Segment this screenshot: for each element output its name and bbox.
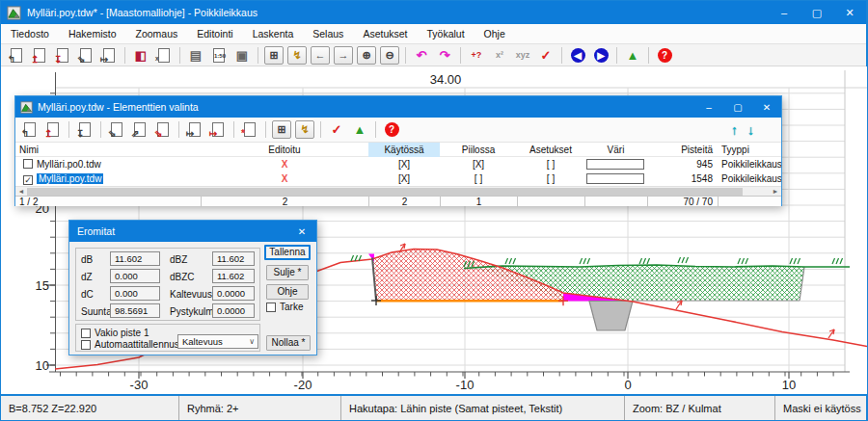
check-points-icon[interactable]: ✓ — [325, 119, 348, 140]
add-element-icon[interactable]: ↥ — [41, 119, 65, 140]
export-element-icon[interactable]: ↦ — [183, 119, 206, 140]
vari-cell[interactable] — [584, 157, 647, 171]
save-file-icon[interactable]: ↧ — [51, 45, 74, 66]
menu-item-tiedosto[interactable]: Tiedosto — [1, 24, 59, 43]
dBZC-field[interactable]: 11.602 — [212, 269, 255, 283]
redo-icon[interactable]: ↷ — [433, 45, 456, 66]
open-file-icon[interactable]: ↰ — [5, 45, 28, 66]
menu-item-työkalut[interactable]: Työkalut — [417, 24, 474, 43]
new-element-icon[interactable]: * — [238, 119, 261, 140]
kaltevuus-dropdown[interactable]: Kaltevuus ∨ — [177, 334, 258, 349]
piilossa-cell[interactable]: [X] — [440, 157, 517, 171]
checkbox-box[interactable] — [266, 303, 276, 312]
save-as-icon[interactable]: ⇘ — [74, 45, 97, 66]
new-doc-icon[interactable]: ˣ — [152, 45, 176, 66]
undo-icon[interactable]: ↶ — [410, 45, 433, 66]
asetukset-cell[interactable]: [ ] — [517, 171, 584, 186]
column-header-pisteitä[interactable]: Pisteitä — [647, 143, 718, 157]
column-header-nimi[interactable]: Nimi — [15, 143, 201, 157]
save-active-element-icon[interactable]: ⇘ — [151, 119, 175, 140]
pystykulma-field[interactable]: 0.0000 — [212, 303, 255, 318]
export-file-icon[interactable]: ↦ — [97, 45, 121, 66]
color-swatch[interactable] — [586, 173, 644, 184]
maximize-button[interactable]: ▢ — [800, 1, 833, 24]
color-swatch[interactable] — [586, 159, 644, 170]
dialog-maximize-button[interactable]: ▢ — [723, 96, 752, 118]
move-up-icon[interactable]: ↑ — [731, 122, 738, 138]
menu-item-ohje[interactable]: Ohje — [475, 24, 515, 43]
save-element-icon[interactable]: ⇘ — [105, 119, 128, 140]
save-as-element-icon[interactable]: ⇗ — [128, 119, 151, 140]
menu-item-asetukset[interactable]: Asetukset — [353, 24, 417, 43]
page-layout-icon[interactable]: ▣ — [231, 45, 254, 66]
sulje-button[interactable]: Sulje * — [266, 265, 309, 280]
menu-item-editointi[interactable]: Editointi — [187, 24, 242, 43]
checkbox-box[interactable] — [81, 340, 91, 350]
menu-item-laskenta[interactable]: Laskenta — [243, 24, 304, 43]
dZ-field[interactable]: 0.000 — [110, 269, 160, 283]
tallenna-button[interactable]: Tallenna — [264, 245, 311, 260]
eromitat-close-button[interactable]: ✕ — [287, 221, 316, 242]
ohje-button[interactable]: Ohje — [266, 284, 309, 300]
zoom-extents-icon[interactable]: ⊞ — [262, 45, 285, 66]
zoom-out-icon[interactable]: ⊖ — [378, 45, 401, 66]
active-element-icon[interactable]: ◧ — [129, 45, 152, 66]
column-header-väri[interactable]: Väri — [584, 143, 647, 157]
table-row[interactable]: ✓Mylläri.poy.tdwX[X][ ][ ]1548Poikkileik… — [15, 171, 781, 186]
help-icon[interactable]: ? — [653, 45, 676, 66]
automaattitallennus-checkbox[interactable]: Automaattitallennus — [81, 339, 179, 350]
dBZ-field[interactable]: 11.602 — [212, 251, 255, 266]
minimize-button[interactable]: – — [768, 1, 800, 24]
menu-item-hakemisto[interactable]: Hakemisto — [59, 24, 126, 43]
move-down-icon[interactable]: ↓ — [747, 122, 754, 138]
scale-1-50-icon[interactable]: 1:50 — [207, 45, 231, 66]
column-header-asetukset[interactable]: Asetukset — [517, 143, 584, 157]
row-checkbox[interactable] — [23, 159, 33, 169]
tarke-checkbox[interactable]: Tarke — [266, 302, 303, 312]
dialog-close-button[interactable]: ✕ — [752, 96, 781, 118]
nollaa-button[interactable]: Nollaa * — [266, 335, 311, 351]
prev-element-icon[interactable]: ◀ — [566, 45, 589, 66]
dialog-minimize-button[interactable]: – — [694, 96, 723, 118]
interpolate-icon[interactable]: x² — [488, 45, 511, 66]
triangles-f12-icon[interactable]: ▲ — [348, 119, 371, 140]
vakio-piste-checkbox[interactable]: Vakio piste 1 — [81, 328, 149, 338]
column-header-käytössä[interactable]: Käytössä — [368, 143, 440, 157]
pan-left-icon[interactable]: ← — [309, 45, 332, 66]
menu-item-selaus[interactable]: Selaus — [303, 24, 353, 43]
column-header-tyyppi[interactable]: Tyyppi — [718, 143, 781, 157]
column-header-piilossa[interactable]: Piilossa — [440, 143, 517, 157]
zoom-extents-icon[interactable]: ⊞ — [270, 119, 293, 140]
add-point-icon[interactable]: +? — [465, 45, 488, 66]
table-row[interactable]: Mylläri.po0.tdwX[X][X][ ]945Poikkileikka… — [15, 157, 781, 171]
kaytossa-cell[interactable]: [X] — [368, 171, 440, 186]
zoom-in-icon[interactable]: ⊕ — [355, 45, 378, 66]
volume-m3-icon[interactable]: ▲ — [621, 45, 644, 66]
redraw-icon[interactable]: ↯ — [293, 119, 316, 140]
close-button[interactable]: ✕ — [833, 1, 866, 24]
check-points-icon[interactable]: ✓ — [534, 45, 557, 66]
next-element-icon[interactable]: ▶ — [589, 45, 612, 66]
horizontal-scrollbar[interactable]: ◄ ► — [15, 186, 781, 196]
help-icon[interactable]: ? — [380, 119, 403, 140]
row-checkbox[interactable]: ✓ — [23, 175, 33, 185]
export-active-element-icon[interactable]: ↦ — [206, 119, 230, 140]
vari-cell[interactable] — [584, 171, 647, 186]
open-element-icon[interactable]: ↰ — [18, 119, 41, 140]
add-file-icon[interactable]: ↥ — [28, 45, 51, 66]
dC-field[interactable]: 0.000 — [110, 286, 160, 301]
column-header-editoitu[interactable]: Editoitu — [201, 143, 368, 157]
suunta-field[interactable]: 98.5691 — [110, 303, 160, 318]
pan-right-icon[interactable]: → — [332, 45, 355, 66]
piilossa-cell[interactable]: [ ] — [440, 171, 517, 186]
element-name-cell[interactable]: ✓Mylläri.poy.tdw — [15, 171, 201, 186]
merge-element-icon[interactable]: ↧ — [73, 119, 96, 140]
dB-field[interactable]: 11.602 — [110, 251, 160, 266]
menu-item-zoomaus[interactable]: Zoomaus — [126, 24, 188, 43]
kaltevuus-field[interactable]: 0.0000 — [212, 286, 255, 301]
kaytossa-cell[interactable]: [X] — [368, 157, 440, 171]
checkbox-box[interactable] — [81, 329, 91, 338]
scrollbar-thumb[interactable] — [27, 188, 743, 196]
asetukset-cell[interactable]: [ ] — [517, 157, 584, 171]
element-name-cell[interactable]: Mylläri.po0.tdw — [15, 157, 201, 171]
